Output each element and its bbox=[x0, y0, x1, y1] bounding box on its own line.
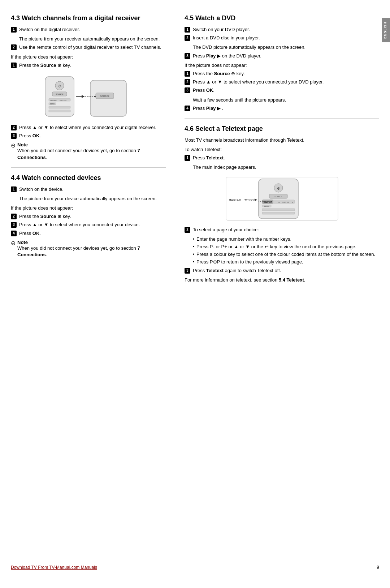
step-text: Press ▲ or ▼ to select where you connect… bbox=[19, 124, 166, 131]
step-number: 1 bbox=[185, 27, 190, 33]
section-divider-45-46 bbox=[185, 118, 379, 119]
svg-text:TELETEXT: TELETEXT bbox=[229, 198, 242, 201]
section-43-substeps: 1 Press the Source ⊕ key. bbox=[11, 62, 166, 69]
step-text: Switch on the device. bbox=[19, 186, 166, 193]
section-44-title: 4.4 Watch connected devices bbox=[11, 174, 166, 182]
section-45-title: 4.5 Watch a DVD bbox=[185, 14, 379, 22]
section-45-step4: 4 Press Play ▶ . bbox=[185, 105, 379, 112]
svg-text:DEMO: DEMO bbox=[264, 205, 269, 207]
section-46-outro: For more information on teletext, see se… bbox=[185, 277, 379, 283]
step-number: 3 bbox=[185, 87, 190, 93]
step-number: 4 bbox=[185, 106, 190, 111]
note-text: When you did not connect your devices ye… bbox=[17, 148, 140, 160]
note-icon: ⊖ bbox=[11, 240, 16, 246]
step-sub-text: The picture from your device automatical… bbox=[19, 196, 166, 202]
step-number: 2 bbox=[11, 44, 17, 50]
section-46-title: 4.6 Select a Teletext page bbox=[185, 125, 379, 133]
step-text: Press ▲ or ▼ to select where you connect… bbox=[193, 79, 379, 85]
if-not-appear-44: If the picture does not appear: bbox=[11, 205, 166, 211]
step-sub-text: The DVD picture automatically appears on… bbox=[193, 44, 379, 51]
section-43-step2: 2 Use the remote control of your digital… bbox=[11, 44, 166, 51]
step-text: Switch on the digital receiver. bbox=[19, 26, 166, 33]
list-item: 2 To select a page of your choice: bbox=[185, 227, 379, 233]
step-number: 2 bbox=[11, 214, 17, 219]
list-item: 1 Switch on your DVD player. bbox=[185, 26, 379, 33]
right-column: 4.5 Watch a DVD 1 Switch on your DVD pla… bbox=[177, 14, 379, 561]
step-text: Press the Source ⊕ key. bbox=[193, 70, 379, 77]
step-text: To select a page of your choice: bbox=[193, 227, 379, 233]
if-not-appear-45: If the picture does not appear: bbox=[185, 62, 379, 69]
remote-svg-43: ⏻ SOURCE TELETEXT SUBTITLE DEMO bbox=[42, 73, 135, 120]
list-item: 3 Press Play ▶ on the DVD player. bbox=[185, 53, 379, 59]
note-text: When you did not connect your devices ye… bbox=[17, 245, 140, 257]
section-43-afterimage: 2 Press ▲ or ▼ to select where you conne… bbox=[11, 124, 166, 139]
section-46-bullets: Enter the page number with the number ke… bbox=[193, 236, 379, 266]
svg-text:SUBTITLE: SUBTITLE bbox=[60, 99, 66, 101]
section-45-step3: 3 Press Play ▶ on the DVD player. bbox=[185, 53, 379, 59]
step-number: 1 bbox=[185, 71, 190, 77]
step-number: 1 bbox=[11, 186, 17, 192]
note-title: Note bbox=[17, 240, 28, 245]
section-43-note: ⊖ Note When you did not connect your dev… bbox=[11, 142, 166, 160]
section-46-step3: 3 Press Teletext again to switch Teletex… bbox=[185, 267, 379, 274]
svg-text:SOURCE: SOURCE bbox=[274, 196, 282, 198]
left-column: 4.3 Watch channels from a digital receiv… bbox=[11, 14, 177, 561]
section-44-steps: 1 Switch on the device. bbox=[11, 186, 166, 193]
svg-text:SOURCE: SOURCE bbox=[56, 93, 64, 95]
page-number: 9 bbox=[377, 565, 379, 570]
svg-text:⏻: ⏻ bbox=[277, 187, 280, 190]
step-text: Press Teletext again to switch Teletext … bbox=[193, 267, 379, 274]
list-item: 2 Press the Source ⊕ key. bbox=[11, 213, 166, 220]
svg-text:SUBTITLE: SUBTITLE bbox=[282, 201, 289, 203]
list-item: 2 Use the remote control of your digital… bbox=[11, 44, 166, 51]
section-46-step1: 1 Press Teletext. bbox=[185, 155, 379, 161]
list-item: 1 Switch on the digital receiver. bbox=[11, 26, 166, 33]
svg-rect-35 bbox=[262, 212, 295, 214]
list-item: Enter the page number with the number ke… bbox=[193, 236, 379, 243]
list-item: Press P- or P+ or ▲ or ▼ or the ↩ key to… bbox=[193, 244, 379, 250]
language-tab: ENGLISH bbox=[382, 18, 390, 42]
section-43-steps: 1 Switch on the digital receiver. bbox=[11, 26, 166, 33]
step-text: Press Teletext. bbox=[193, 155, 379, 161]
svg-text:TELETEXT: TELETEXT bbox=[49, 99, 57, 101]
note-content: Note When you did not connect your devic… bbox=[17, 142, 166, 160]
svg-text:⊕: ⊕ bbox=[291, 201, 292, 203]
step-sub-text: The picture from your receiver automatic… bbox=[19, 36, 166, 42]
step-text: Press Play ▶ on the DVD player. bbox=[193, 53, 379, 59]
svg-point-17 bbox=[94, 96, 96, 97]
footer: Download TV From TV-Manual.com Manuals 9 bbox=[0, 561, 390, 574]
page-container: ENGLISH 4.3 Watch channels from a digita… bbox=[0, 0, 390, 588]
section-46-intro2: To watch Teletext: bbox=[185, 146, 379, 153]
step-text: Insert a DVD disc in your player. bbox=[193, 35, 379, 41]
list-item: 1 Switch on the device. bbox=[11, 186, 166, 193]
if-not-appear: If the picture does not appear: bbox=[11, 54, 166, 60]
note-icon: ⊖ bbox=[11, 142, 16, 149]
teletext-sub: The main index page appears. bbox=[193, 164, 379, 171]
svg-text:SOURCE: SOURCE bbox=[100, 95, 109, 97]
remote-illustration-46: TELETEXT ⏻ SOURCE TELETEXT bbox=[185, 175, 379, 222]
step-text: Use the remote control of your digital r… bbox=[19, 44, 166, 51]
note-title: Note bbox=[17, 142, 28, 147]
step-number: 1 bbox=[11, 63, 17, 68]
step-text: Press OK. bbox=[19, 230, 166, 237]
section-46-step2: 2 To select a page of your choice: bbox=[185, 227, 379, 233]
step-sub-text: Wait a few seconds until the picture app… bbox=[193, 97, 379, 103]
list-item: 1 Press the Source ⊕ key. bbox=[11, 62, 166, 69]
step-number: 3 bbox=[11, 133, 17, 139]
footer-link[interactable]: Download TV From TV-Manual.com Manuals bbox=[11, 565, 97, 570]
list-item: 1 Press Teletext. bbox=[185, 155, 379, 161]
section-divider bbox=[11, 167, 166, 168]
step-number: 3 bbox=[185, 268, 190, 274]
step-number: 4 bbox=[11, 231, 17, 236]
svg-rect-34 bbox=[262, 209, 295, 211]
step-number: 2 bbox=[185, 35, 190, 41]
list-item: 4 Press OK. bbox=[11, 230, 166, 237]
section-45-substeps: 1 Press the Source ⊕ key. 2 Press ▲ or ▼… bbox=[185, 70, 379, 94]
step-number: 3 bbox=[185, 53, 190, 59]
step-text: Press OK. bbox=[193, 87, 379, 94]
list-item: Press a colour key to select one of the … bbox=[193, 251, 379, 258]
step-number: 2 bbox=[185, 227, 190, 233]
step-text: Press Play ▶ . bbox=[193, 105, 379, 112]
svg-text:CD: CD bbox=[278, 201, 280, 203]
section-46-intro1: Most TV channels broadcast information t… bbox=[185, 137, 379, 143]
